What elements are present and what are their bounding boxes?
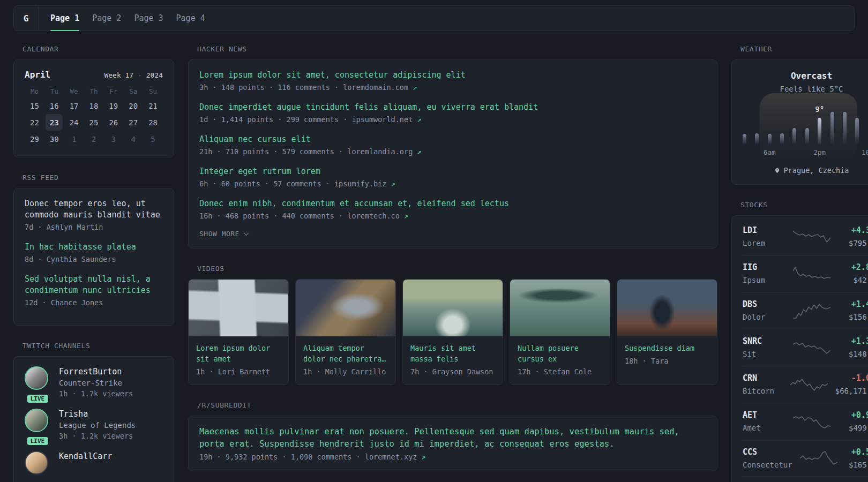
weather-bar-column[interactable]: 6am: [768, 134, 772, 145]
calendar-day[interactable]: 4: [125, 131, 142, 147]
video-card[interactable]: Nullam posuere cursus ex 17h · Stefan Co…: [510, 279, 610, 385]
video-card[interactable]: Lorem ipsum dolor sit amet consectetu… 1…: [188, 279, 289, 385]
video-title[interactable]: Aliquam tempor dolor nec pharetra…: [303, 343, 388, 364]
right-column: WEATHER Overcast Feels like 5°C: [731, 45, 868, 482]
video-thumbnail[interactable]: [296, 280, 395, 336]
calendar-day[interactable]: 22: [26, 114, 43, 131]
weather-bar-column[interactable]: [780, 133, 784, 145]
calendar-day[interactable]: 21: [145, 97, 162, 114]
rss-item-title[interactable]: Donec tempor eros leo, ut commodo mauris…: [25, 198, 163, 221]
stock-name: Sit: [743, 349, 785, 359]
nav-page-tab[interactable]: Page 3: [134, 6, 163, 31]
weather-section-label: WEATHER: [740, 45, 868, 53]
calendar-day[interactable]: 20: [125, 97, 142, 114]
video-title[interactable]: Nullam posuere cursus ex: [518, 343, 602, 364]
hackernews-item-title[interactable]: Integer eget rutrum lorem: [199, 166, 706, 177]
hackernews-item-title[interactable]: Lorem ipsum dolor sit amet, consectetur …: [199, 70, 706, 81]
external-link-icon[interactable]: ↗: [417, 147, 421, 156]
stock-values: -1.00% $66,171.48: [835, 373, 868, 396]
stock-ticker: CCS: [743, 447, 792, 457]
stocks-section-label: STOCKS: [740, 201, 868, 209]
calendar-day[interactable]: 3: [105, 131, 122, 147]
twitch-channel-name[interactable]: ForrestBurton: [59, 366, 133, 377]
calendar-day[interactable]: 1: [65, 131, 83, 147]
video-card[interactable]: Suspendisse diam 18h · Tara: [617, 279, 717, 385]
video-card[interactable]: Aliquam tempor dolor nec pharetra… 1h · …: [295, 279, 396, 385]
calendar-day[interactable]: 16: [46, 97, 63, 114]
calendar-day[interactable]: 25: [85, 114, 102, 131]
calendar-day[interactable]: 17: [65, 97, 83, 114]
hackernews-item-title[interactable]: Donec imperdiet augue tincidunt felis al…: [199, 102, 706, 113]
twitch-channel-row[interactable]: LIVE KendallCarr: [25, 451, 163, 475]
weather-bar-column[interactable]: [830, 112, 834, 145]
external-link-icon[interactable]: ↗: [417, 115, 421, 124]
app-logo[interactable]: G: [14, 6, 39, 31]
twitch-channel-name[interactable]: KendallCarr: [59, 451, 112, 462]
calendar-day[interactable]: 23: [46, 114, 63, 131]
calendar-day[interactable]: 29: [26, 131, 43, 147]
hackernews-item-title[interactable]: Aliquam nec cursus elit: [199, 134, 706, 145]
twitch-channel-game: Counter-Strike: [59, 378, 133, 388]
hackernews-item-meta: 1d · 1,414 points · 299 comments · ipsum…: [199, 115, 706, 125]
hackernews-item-title[interactable]: Donec enim nibh, condimentum et accumsan…: [199, 198, 706, 209]
video-thumbnail[interactable]: [510, 280, 610, 336]
weather-bar-column[interactable]: [792, 128, 796, 145]
stock-ticker: CRN: [743, 373, 783, 383]
stock-row[interactable]: SNRC Sit +1.36% $148.64: [743, 329, 868, 366]
video-title[interactable]: Mauris sit amet massa felis: [410, 343, 495, 364]
page-tabs: Page 1 Page 2 Page 3 Page 4: [39, 6, 218, 31]
weather-bar: [843, 112, 847, 145]
twitch-channel-game: League of Legends: [59, 420, 136, 431]
weather-bar-column[interactable]: [805, 128, 809, 145]
video-thumbnail[interactable]: [617, 280, 717, 336]
stock-values: +1.42% $156.28: [838, 299, 868, 322]
twitch-channel-name[interactable]: Trisha: [59, 409, 136, 419]
stock-row[interactable]: LDI Lorem +4.35% $795.18: [743, 219, 868, 255]
weather-bar-column[interactable]: 9° 2pm: [818, 118, 821, 145]
weather-bar-column[interactable]: [843, 112, 847, 145]
nav-page-tab[interactable]: Page 4: [176, 6, 205, 31]
calendar-day[interactable]: 15: [26, 97, 43, 114]
stock-row[interactable]: AET Amet +0.92% $499.72: [743, 403, 868, 440]
stock-row[interactable]: AHS +0.46%: [743, 477, 868, 482]
stock-ticker: SNRC: [743, 336, 785, 347]
calendar-day[interactable]: 2: [85, 131, 102, 147]
hackernews-show-more-button[interactable]: SHOW MORE: [199, 230, 248, 238]
calendar-day[interactable]: 28: [145, 114, 162, 131]
subreddit-post-title[interactable]: Maecenas mollis pulvinar erat non posuer…: [199, 426, 706, 450]
hackernews-meta-text: 16h · 468 points · 440 comments · loremt…: [199, 212, 400, 220]
calendar-day[interactable]: 19: [105, 97, 122, 114]
video-title[interactable]: Lorem ipsum dolor sit amet consectetu…: [196, 343, 281, 364]
external-link-icon[interactable]: ↗: [391, 179, 395, 188]
stock-row[interactable]: CRN Bitcorn -1.00% $66,171.48: [743, 366, 868, 403]
weather-bar-column[interactable]: [743, 134, 746, 145]
calendar-day[interactable]: 5: [145, 131, 162, 147]
weather-bar: [768, 134, 772, 145]
twitch-channel-row[interactable]: LIVE ForrestBurton Counter-Strike 1h · 1…: [25, 366, 163, 399]
nav-page-tab[interactable]: Page 2: [92, 6, 121, 31]
nav-page-tab[interactable]: Page 1: [50, 6, 79, 31]
external-link-icon[interactable]: ↗: [404, 212, 408, 220]
stock-row[interactable]: IIG Ipsum +2.84% $42.04: [743, 255, 868, 292]
video-card[interactable]: Mauris sit amet massa felis 7h · Grayson…: [402, 279, 503, 385]
video-thumbnail[interactable]: [189, 280, 288, 336]
video-thumbnail[interactable]: [403, 280, 503, 336]
stock-row[interactable]: DBS Dolor +1.42% $156.28: [743, 292, 868, 329]
twitch-channel-row[interactable]: LIVE Trisha League of Legends 3h · 1.2k …: [25, 409, 163, 441]
weather-location[interactable]: Prague, Czechia: [743, 166, 868, 175]
weather-hour-label: 10pm: [862, 148, 868, 156]
calendar-day[interactable]: 24: [65, 114, 83, 131]
calendar-day[interactable]: 26: [105, 114, 122, 131]
calendar-day[interactable]: 27: [125, 114, 142, 131]
calendar-day[interactable]: 30: [46, 131, 63, 147]
external-link-icon[interactable]: ↗: [413, 83, 417, 92]
weather-bar: [805, 128, 809, 145]
weather-bar-column[interactable]: [755, 133, 759, 145]
stock-row[interactable]: CCS Consectetur +0.51% $165.84: [743, 440, 868, 477]
rss-item-title[interactable]: Sed volutpat nulla nisl, a condimentum n…: [25, 274, 163, 296]
rss-item-title[interactable]: In hac habitasse platea: [25, 242, 163, 253]
weather-bar-column[interactable]: [855, 118, 859, 145]
calendar-day[interactable]: 18: [85, 97, 102, 114]
external-link-icon[interactable]: ↗: [422, 453, 426, 461]
video-title[interactable]: Suspendisse diam: [625, 343, 709, 353]
